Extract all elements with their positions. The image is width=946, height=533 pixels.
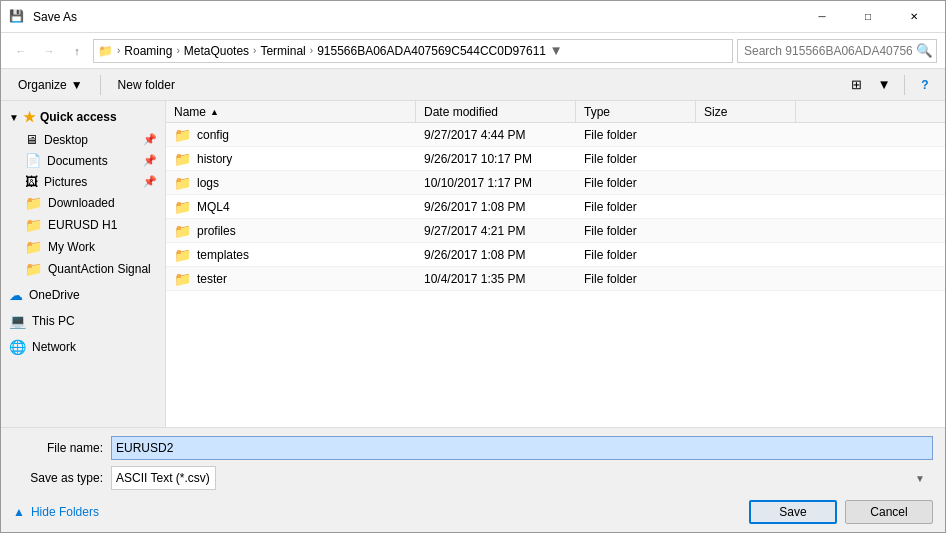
cancel-button[interactable]: Cancel bbox=[845, 500, 933, 524]
maximize-button[interactable]: □ bbox=[845, 1, 891, 33]
sidebar-item-desktop[interactable]: 🖥 Desktop 📌 bbox=[1, 129, 165, 150]
sidebar-item-thispc[interactable]: 💻 This PC bbox=[1, 310, 165, 332]
sidebar-item-downloaded[interactable]: 📁 Downloaded bbox=[1, 192, 165, 214]
col-header-name[interactable]: Name ▲ bbox=[166, 101, 416, 122]
file-name: history bbox=[197, 152, 232, 166]
quick-access-label: Quick access bbox=[40, 110, 117, 124]
col-date-label: Date modified bbox=[424, 105, 498, 119]
sidebar-item-eurusd-label: EURUSD H1 bbox=[48, 218, 117, 232]
organize-button[interactable]: Organize ▼ bbox=[9, 73, 92, 97]
breadcrumb-id[interactable]: 915566BA06ADA407569C544CC0D97611 bbox=[317, 44, 546, 58]
folder-icon: 📁 bbox=[174, 223, 191, 239]
quick-access-star-icon: ★ bbox=[23, 109, 36, 125]
filename-input[interactable] bbox=[111, 436, 933, 460]
new-folder-button[interactable]: New folder bbox=[109, 73, 184, 97]
main-content: ▼ ★ Quick access 🖥 Desktop 📌 📄 Documents… bbox=[1, 101, 945, 427]
table-row[interactable]: 📁 profiles 9/27/2017 4:21 PM File folder bbox=[166, 219, 945, 243]
quick-access-header[interactable]: ▼ ★ Quick access bbox=[1, 105, 165, 129]
file-date: 9/26/2017 1:08 PM bbox=[416, 248, 576, 262]
new-folder-label: New folder bbox=[118, 78, 175, 92]
savetype-label: Save as type: bbox=[13, 471, 103, 485]
button-row: Save Cancel bbox=[749, 500, 933, 524]
onedrive-section: ☁ OneDrive bbox=[1, 284, 165, 306]
eurusd-folder-icon: 📁 bbox=[25, 217, 42, 233]
col-header-date[interactable]: Date modified bbox=[416, 101, 576, 122]
sidebar-item-network[interactable]: 🌐 Network bbox=[1, 336, 165, 358]
minimize-button[interactable]: ─ bbox=[799, 1, 845, 33]
table-row[interactable]: 📁 history 9/26/2017 10:17 PM File folder bbox=[166, 147, 945, 171]
file-type: File folder bbox=[576, 200, 696, 214]
view-dropdown-button[interactable]: ▼ bbox=[872, 73, 896, 97]
col-name-label: Name bbox=[174, 105, 206, 119]
sidebar-item-pictures[interactable]: 🖼 Pictures 📌 bbox=[1, 171, 165, 192]
sidebar-item-documents-label: Documents bbox=[47, 154, 108, 168]
save-as-dialog: 💾 Save As ─ □ ✕ ← → ↑ 📁 › Roaming › Meta… bbox=[0, 0, 946, 533]
organize-label: Organize bbox=[18, 78, 67, 92]
file-date: 10/4/2017 1:35 PM bbox=[416, 272, 576, 286]
table-row[interactable]: 📁 config 9/27/2017 4:44 PM File folder bbox=[166, 123, 945, 147]
breadcrumb-roaming[interactable]: Roaming bbox=[124, 44, 172, 58]
back-button[interactable]: ← bbox=[9, 39, 33, 63]
table-row[interactable]: 📁 logs 10/10/2017 1:17 PM File folder bbox=[166, 171, 945, 195]
breadcrumb-icon: 📁 bbox=[98, 44, 113, 58]
breadcrumb-dropdown-button[interactable]: ▼ bbox=[548, 43, 564, 58]
table-row[interactable]: 📁 MQL4 9/26/2017 1:08 PM File folder bbox=[166, 195, 945, 219]
title-bar-controls: ─ □ ✕ bbox=[799, 1, 937, 33]
sidebar-item-quantaction[interactable]: 📁 QuantAction Signal bbox=[1, 258, 165, 280]
network-icon: 🌐 bbox=[9, 339, 26, 355]
file-list-header: Name ▲ Date modified Type Size bbox=[166, 101, 945, 123]
thispc-icon: 💻 bbox=[9, 313, 26, 329]
bottom-section: File name: Save as type: ASCII Text (*.c… bbox=[1, 427, 945, 532]
pin-icon-2: 📌 bbox=[143, 154, 157, 167]
sidebar: ▼ ★ Quick access 🖥 Desktop 📌 📄 Documents… bbox=[1, 101, 166, 427]
up-button[interactable]: ↑ bbox=[65, 39, 89, 63]
pin-icon: 📌 bbox=[143, 133, 157, 146]
forward-button[interactable]: → bbox=[37, 39, 61, 63]
savetype-select[interactable]: ASCII Text (*.csv) bbox=[111, 466, 216, 490]
breadcrumb-terminal[interactable]: Terminal bbox=[260, 44, 305, 58]
breadcrumb-metaquotes[interactable]: MetaQuotes bbox=[184, 44, 249, 58]
view-button[interactable]: ⊞ bbox=[844, 73, 868, 97]
folder-icon: 📁 bbox=[174, 127, 191, 143]
savetype-row: Save as type: ASCII Text (*.csv) bbox=[13, 466, 933, 490]
table-row[interactable]: 📁 tester 10/4/2017 1:35 PM File folder bbox=[166, 267, 945, 291]
onedrive-icon: ☁ bbox=[9, 287, 23, 303]
file-date: 9/26/2017 10:17 PM bbox=[416, 152, 576, 166]
file-date: 9/27/2017 4:44 PM bbox=[416, 128, 576, 142]
file-name-cell: 📁 templates bbox=[166, 247, 416, 263]
documents-icon: 📄 bbox=[25, 153, 41, 168]
desktop-icon: 🖥 bbox=[25, 132, 38, 147]
file-type: File folder bbox=[576, 248, 696, 262]
file-name-cell: 📁 config bbox=[166, 127, 416, 143]
quantaction-folder-icon: 📁 bbox=[25, 261, 42, 277]
save-button[interactable]: Save bbox=[749, 500, 837, 524]
close-button[interactable]: ✕ bbox=[891, 1, 937, 33]
search-input[interactable] bbox=[737, 39, 937, 63]
sidebar-item-thispc-label: This PC bbox=[32, 314, 75, 328]
sidebar-item-onedrive[interactable]: ☁ OneDrive bbox=[1, 284, 165, 306]
breadcrumb-bar[interactable]: 📁 › Roaming › MetaQuotes › Terminal › 91… bbox=[93, 39, 733, 63]
mywork-folder-icon: 📁 bbox=[25, 239, 42, 255]
file-name-cell: 📁 profiles bbox=[166, 223, 416, 239]
hide-folders-bar[interactable]: ▲ Hide Folders bbox=[13, 501, 99, 519]
col-header-size[interactable]: Size bbox=[696, 101, 796, 122]
file-name: tester bbox=[197, 272, 227, 286]
dialog-title: Save As bbox=[33, 10, 77, 24]
sidebar-item-mywork-label: My Work bbox=[48, 240, 95, 254]
col-type-label: Type bbox=[584, 105, 610, 119]
col-header-type[interactable]: Type bbox=[576, 101, 696, 122]
table-row[interactable]: 📁 templates 9/26/2017 1:08 PM File folde… bbox=[166, 243, 945, 267]
sidebar-item-network-label: Network bbox=[32, 340, 76, 354]
folder-icon: 📁 bbox=[174, 271, 191, 287]
search-wrapper: 🔍 bbox=[737, 39, 937, 63]
pictures-icon: 🖼 bbox=[25, 174, 38, 189]
sidebar-item-documents[interactable]: 📄 Documents 📌 bbox=[1, 150, 165, 171]
sidebar-item-mywork[interactable]: 📁 My Work bbox=[1, 236, 165, 258]
search-icon-button[interactable]: 🔍 bbox=[916, 43, 933, 58]
file-name-cell: 📁 MQL4 bbox=[166, 199, 416, 215]
sidebar-item-eurusd[interactable]: 📁 EURUSD H1 bbox=[1, 214, 165, 236]
folder-icon: 📁 bbox=[174, 199, 191, 215]
file-name: templates bbox=[197, 248, 249, 262]
help-button[interactable]: ? bbox=[913, 73, 937, 97]
section-toggle-icon: ▼ bbox=[9, 112, 19, 123]
